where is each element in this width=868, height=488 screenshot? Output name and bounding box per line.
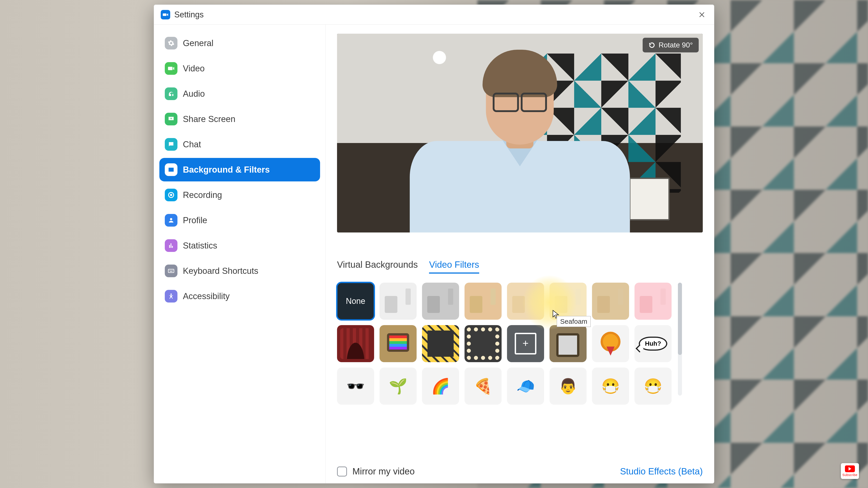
rotate-label: Rotate 90° [658,41,693,49]
filter-seafoam[interactable] [550,283,587,320]
filter-sprout[interactable]: 🌱 [379,367,416,404]
sidebar-item-recording[interactable]: Recording [159,183,320,207]
filter-rose[interactable] [634,283,672,320]
sidebar-item-chat[interactable]: Chat [159,133,320,156]
svg-point-1 [170,194,172,196]
sidebar-item-label: Recording [183,190,222,200]
filter-rainbow[interactable]: 🌈 [422,367,459,404]
sidebar-item-label: Video [183,64,205,73]
sidebar-item-keyboard-shortcuts[interactable]: Keyboard Shortcuts [159,259,320,283]
sidebar: General Video Audio Share Screen Chat Ba… [154,25,326,483]
footer-row: Mirror my video Studio Effects (Beta) [337,457,703,477]
sidebar-item-audio[interactable]: Audio [159,82,320,105]
window-title: Settings [174,10,204,20]
sidebar-item-video[interactable]: Video [159,57,320,80]
filter-huh-bubble[interactable]: Huh? [634,325,672,362]
sidebar-item-label: Profile [183,216,207,225]
sidebar-item-label: Chat [183,140,201,149]
video-preview: Rotate 90° [337,34,703,232]
mirror-video-checkbox[interactable]: Mirror my video [337,466,415,477]
sidebar-item-share-screen[interactable]: Share Screen [159,107,320,131]
svg-point-2 [170,218,172,220]
body: General Video Audio Share Screen Chat Ba… [154,25,714,483]
filter-old-tv[interactable] [550,325,587,362]
gear-icon [165,37,178,50]
filter-theater[interactable] [337,325,374,362]
share-screen-icon [165,113,178,125]
headphones-icon [165,88,178,100]
statistics-icon [165,239,178,252]
sidebar-item-label: Statistics [183,241,217,251]
titlebar: Settings [154,5,714,25]
filter-mask-white[interactable]: 😷 [592,367,629,404]
svg-rect-3 [168,269,174,273]
filter-none[interactable]: None [337,283,374,320]
sidebar-item-background-filters[interactable]: Background & Filters [159,158,320,182]
profile-icon [165,214,178,227]
app-icon [161,10,170,20]
filter-mask-blue[interactable]: 😷 [634,367,672,404]
mirror-video-label: Mirror my video [352,466,415,477]
sidebar-item-label: Audio [183,89,205,99]
background-filters-icon [165,163,178,176]
filter-black-white[interactable] [379,283,416,320]
studio-effects-link[interactable]: Studio Effects (Beta) [620,466,703,477]
filter-none-label: None [346,296,365,306]
filter-focus-frame[interactable] [507,325,544,362]
rotate-90-button[interactable]: Rotate 90° [643,38,699,53]
tab-video-filters[interactable]: Video Filters [429,260,479,273]
titlebar-left: Settings [161,10,204,20]
youtube-subscribe-text: Subscribe [842,473,858,477]
filter-warm[interactable] [592,283,629,320]
filter-sunglasses[interactable]: 🕶️ [337,367,374,404]
close-button[interactable] [696,9,707,20]
filter-pizza[interactable]: 🍕 [465,367,502,404]
filter-scrollbar[interactable] [678,283,682,396]
filter-award-ribbon[interactable] [592,325,629,362]
sidebar-item-label: Accessibility [183,291,230,301]
filter-tabs: Virtual Backgrounds Video Filters [337,260,703,273]
sidebar-item-statistics[interactable]: Statistics [159,234,320,257]
sidebar-item-general[interactable]: General [159,31,320,55]
keyboard-icon [165,265,178,277]
youtube-subscribe-badge[interactable]: Subscribe [841,463,859,479]
filter-lights-frame[interactable] [465,325,502,362]
huh-text: Huh? [639,337,667,351]
svg-point-4 [170,293,172,295]
filter-grid: None [337,283,672,404]
filter-cap[interactable]: 🧢 [507,367,544,404]
filter-noir[interactable] [422,283,459,320]
sidebar-item-label: Keyboard Shortcuts [183,266,258,276]
filter-moustache[interactable]: 👨 [550,367,587,404]
recording-icon [165,189,178,201]
sidebar-item-label: Background & Filters [183,165,270,175]
chat-icon [165,138,178,151]
person-silhouette [392,50,648,232]
youtube-icon [845,465,855,472]
filter-area: None [337,283,703,404]
filter-peach[interactable] [507,283,544,320]
checkbox-box [337,466,347,477]
sidebar-item-label: General [183,38,213,48]
tab-virtual-backgrounds[interactable]: Virtual Backgrounds [337,260,418,273]
sidebar-item-accessibility[interactable]: Accessibility [159,285,320,308]
sidebar-item-profile[interactable]: Profile [159,208,320,232]
filter-sepia[interactable] [465,283,502,320]
sidebar-item-label: Share Screen [183,114,235,124]
filter-retro-tv[interactable] [379,325,416,362]
filter-emoji-frame[interactable] [422,325,459,362]
settings-window: Settings General Video Audio Share Scree… [154,4,714,484]
video-icon [165,62,178,75]
accessibility-icon [165,290,178,302]
content-area: Rotate 90° Virtual Backgrounds Video Fil… [326,25,714,483]
